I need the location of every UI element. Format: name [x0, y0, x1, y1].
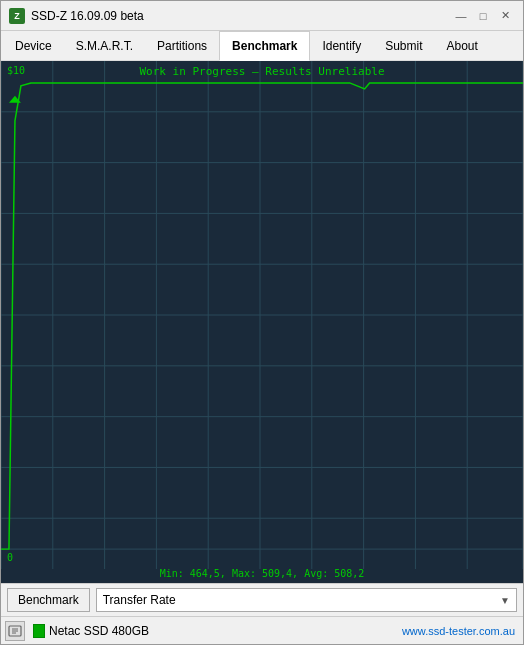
website-link: www.ssd-tester.com.au — [402, 625, 519, 637]
menu-benchmark[interactable]: Benchmark — [219, 31, 310, 61]
menu-device[interactable]: Device — [3, 31, 64, 60]
chart-stats: Min: 464,5, Max: 509,4, Avg: 508,2 — [1, 568, 523, 579]
dropdown-arrow-icon: ▼ — [500, 595, 510, 606]
maximize-button[interactable]: □ — [473, 6, 493, 26]
chart-y-top-label: $10 — [7, 65, 25, 76]
menu-smart[interactable]: S.M.A.R.T. — [64, 31, 145, 60]
drive-name: Netac SSD 480GB — [49, 624, 149, 638]
close-button[interactable]: ✕ — [495, 6, 515, 26]
status-drive-info: Netac SSD 480GB — [33, 624, 149, 638]
chart-grid — [1, 61, 523, 569]
bottom-toolbar: Benchmark Transfer Rate ▼ — [1, 583, 523, 616]
minimize-button[interactable]: — — [451, 6, 471, 26]
window-title: SSD-Z 16.09.09 beta — [31, 9, 451, 23]
chart-title: Work in Progress – Results Unreliable — [1, 65, 523, 78]
chart-area: Work in Progress – Results Unreliable $1… — [1, 61, 523, 583]
transfer-rate-dropdown[interactable]: Transfer Rate ▼ — [96, 588, 517, 612]
status-bar: Netac SSD 480GB www.ssd-tester.com.au — [1, 616, 523, 644]
status-icon — [5, 621, 25, 641]
title-controls: — □ ✕ — [451, 6, 515, 26]
menu-identify[interactable]: Identify — [310, 31, 373, 60]
main-window: Z SSD-Z 16.09.09 beta — □ ✕ Device S.M.A… — [0, 0, 524, 645]
dropdown-value: Transfer Rate — [103, 593, 176, 607]
title-bar: Z SSD-Z 16.09.09 beta — □ ✕ — [1, 1, 523, 31]
menu-about[interactable]: About — [435, 31, 490, 60]
app-icon: Z — [9, 8, 25, 24]
menu-submit[interactable]: Submit — [373, 31, 434, 60]
chart-y-bottom-label: 0 — [7, 552, 13, 563]
menu-bar: Device S.M.A.R.T. Partitions Benchmark I… — [1, 31, 523, 61]
menu-partitions[interactable]: Partitions — [145, 31, 219, 60]
drive-status-indicator — [33, 624, 45, 638]
benchmark-button[interactable]: Benchmark — [7, 588, 90, 612]
